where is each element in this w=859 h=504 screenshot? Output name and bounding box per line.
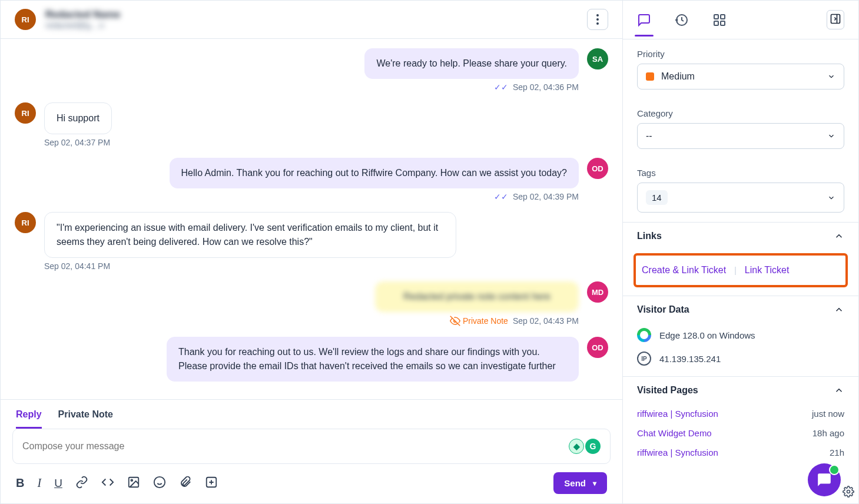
sender-avatar: RI <box>15 212 36 233</box>
collapse-sidebar-button[interactable] <box>827 10 844 29</box>
sender-avatar: MD <box>587 281 608 303</box>
visited-time: 18h ago <box>812 428 844 438</box>
svg-rect-5 <box>721 15 725 19</box>
sender-avatar: SA <box>587 48 608 69</box>
svg-point-10 <box>847 490 850 493</box>
visitor-data-title: Visitor Data <box>637 304 689 315</box>
visited-time: 21h <box>830 447 844 457</box>
message-row: We're ready to help. Please share your q… <box>15 48 608 79</box>
kebab-icon <box>596 14 599 25</box>
visitor-data-header[interactable]: Visitor Data <box>623 296 858 323</box>
private-note-badge: Private Note <box>450 316 508 326</box>
code-button[interactable] <box>101 476 114 490</box>
emoji-button[interactable] <box>153 476 166 490</box>
priority-color-icon <box>646 72 654 81</box>
message-row: RI"I'm experiencing an issue with email … <box>15 212 608 258</box>
image-button[interactable] <box>127 476 140 490</box>
message-bubble: Hi support <box>44 102 112 134</box>
category-label: Category <box>637 108 844 118</box>
visited-page-row: riffwirea | Syncfusionjust now <box>623 404 858 423</box>
links-header[interactable]: Links <box>623 223 858 250</box>
conversation-header: RI Redacted Name redacted@g....n <box>1 1 622 39</box>
message-bubble: "I'm experiencing an issue with email de… <box>44 212 456 258</box>
underline-button[interactable]: U <box>54 477 62 490</box>
create-link-ticket-button[interactable]: Create & Link Ticket <box>642 265 726 276</box>
message-timestamp: Private NoteSep 02, 04:43 PM <box>15 316 579 326</box>
sender-avatar: OD <box>587 337 608 358</box>
priority-select[interactable]: Medium <box>637 64 844 89</box>
tab-history[interactable] <box>675 13 689 27</box>
chevron-up-icon <box>834 304 844 315</box>
svg-rect-6 <box>714 21 718 25</box>
tags-label: Tags <box>637 168 844 178</box>
bold-button[interactable]: B <box>16 476 24 490</box>
message-row: RIHi support <box>15 102 608 134</box>
tab-private-note[interactable]: Private Note <box>58 409 113 429</box>
read-receipt-icon: ✓✓ <box>494 192 508 201</box>
edge-browser-icon <box>637 328 651 342</box>
sidebar-tabs <box>623 1 858 39</box>
sender-avatar: OD <box>587 158 608 179</box>
settings-gear-icon[interactable] <box>843 486 854 499</box>
visited-time: just now <box>812 409 844 419</box>
customer-info: Redacted Name redacted@g....n <box>45 9 587 30</box>
visitor-browser-row: Edge 128.0 on Windows <box>623 323 858 347</box>
link-button[interactable] <box>75 476 88 490</box>
message-input[interactable] <box>22 441 563 452</box>
separator: | <box>734 266 737 275</box>
tab-conversation-info[interactable] <box>637 13 651 27</box>
message-bubble: Hello Admin. Thank you for reaching out … <box>170 158 579 188</box>
links-title: Links <box>637 231 662 241</box>
ip-value: 41.139.135.241 <box>659 354 721 364</box>
chevron-down-icon <box>827 72 835 81</box>
category-value: -- <box>646 131 652 141</box>
message-timestamp: Sep 02, 04:41 PM <box>44 261 608 271</box>
link-ticket-button[interactable]: Link Ticket <box>745 265 790 276</box>
svg-point-2 <box>154 477 165 488</box>
more-options-button[interactable] <box>587 9 608 30</box>
italic-button[interactable]: I <box>37 476 41 490</box>
message-bubble: Redacted private note content here <box>375 281 579 312</box>
visited-page-row: Chat Widget Demo18h ago <box>623 423 858 443</box>
visited-page-link[interactable]: riffwirea | Syncfusion <box>637 409 718 419</box>
message-row: Thank you for reaching out to us. We'll … <box>15 337 608 382</box>
message-bubble: Thank you for reaching out to us. We'll … <box>167 337 579 382</box>
svg-rect-4 <box>714 15 718 19</box>
visited-page-link[interactable]: riffwirea | Syncfusion <box>637 447 718 457</box>
tag-chip: 14 <box>646 190 668 205</box>
chevron-down-icon <box>827 194 835 202</box>
tags-select[interactable]: 14 <box>637 183 844 213</box>
attachment-button[interactable] <box>179 476 192 490</box>
composer: Reply Private Note ◆ G B I U <box>1 399 622 503</box>
message-timestamp: ✓✓Sep 02, 04:39 PM <box>15 192 579 201</box>
send-button[interactable]: Send ▾ <box>553 472 607 494</box>
chevron-up-icon <box>834 385 844 396</box>
visitor-ip-row: IP 41.139.135.241 <box>623 347 858 370</box>
grammarly-icon: G <box>585 439 601 454</box>
composer-input-area[interactable]: ◆ G <box>12 429 611 464</box>
format-toolbar: B I U Send ▾ <box>12 464 611 494</box>
message-bubble: We're ready to help. Please share your q… <box>364 48 579 79</box>
chevron-up-icon <box>834 231 844 241</box>
writing-assist[interactable]: ◆ G <box>569 439 601 454</box>
sender-avatar: RI <box>15 102 36 124</box>
composer-tabs: Reply Private Note <box>12 400 611 429</box>
message-timestamp: ✓✓Sep 02, 04:36 PM <box>15 82 579 92</box>
visited-pages-header[interactable]: Visited Pages <box>623 377 858 404</box>
browser-value: Edge 128.0 on Windows <box>659 330 755 340</box>
category-select[interactable]: -- <box>637 123 844 149</box>
tab-apps[interactable] <box>712 13 727 27</box>
main-panel: RI Redacted Name redacted@g....n We're r… <box>1 1 623 503</box>
customer-name: Redacted Name <box>45 9 587 21</box>
links-actions-highlight: Create & Link Ticket | Link Ticket <box>634 253 848 287</box>
tab-reply[interactable]: Reply <box>16 409 42 429</box>
visited-page-link[interactable]: Chat Widget Demo <box>637 428 712 438</box>
priority-value: Medium <box>661 71 695 82</box>
message-list[interactable]: We're ready to help. Please share your q… <box>1 39 622 399</box>
svg-point-1 <box>131 479 132 481</box>
chevron-down-icon: ▾ <box>593 479 596 488</box>
canned-response-button[interactable] <box>205 476 218 490</box>
chat-widget-fab[interactable] <box>808 463 841 496</box>
tags-section: Tags 14 <box>623 158 858 222</box>
read-receipt-icon: ✓✓ <box>494 82 508 92</box>
